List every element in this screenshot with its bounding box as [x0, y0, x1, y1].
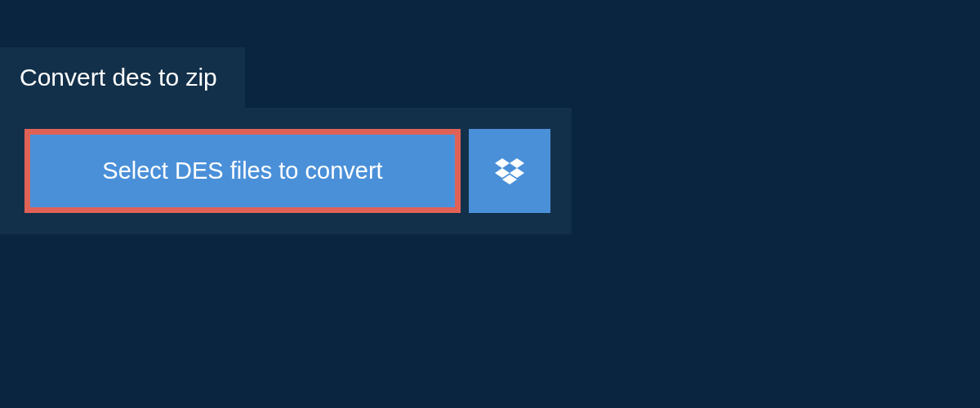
dropbox-button[interactable]	[469, 129, 550, 213]
select-files-label: Select DES files to convert	[102, 157, 382, 184]
upload-panel: Select DES files to convert	[0, 108, 572, 234]
tab-container: Convert des to zip	[0, 47, 980, 108]
tab-convert[interactable]: Convert des to zip	[0, 47, 245, 108]
dropbox-icon	[495, 158, 524, 184]
select-files-button[interactable]: Select DES files to convert	[24, 129, 461, 213]
tab-label: Convert des to zip	[20, 64, 217, 91]
